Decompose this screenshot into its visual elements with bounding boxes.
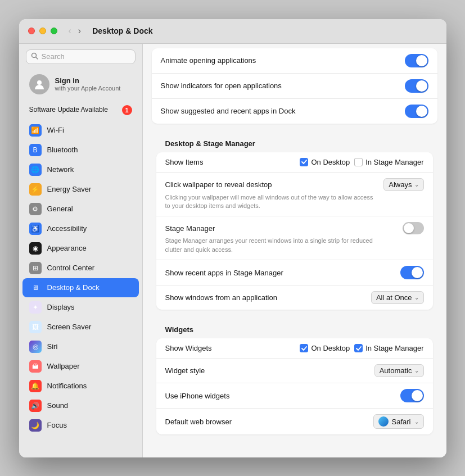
show-items-label: Show Items bbox=[165, 158, 204, 166]
dock-top-card: Animate opening applications Show indica… bbox=[152, 48, 437, 124]
sidebar-item-general[interactable]: ⚙General bbox=[22, 200, 139, 219]
sidebar-item-energy[interactable]: ⚡Energy Saver bbox=[22, 180, 139, 199]
sidebar-item-control[interactable]: ⊞Control Center bbox=[22, 259, 139, 278]
signin-section[interactable]: Sign in with your Apple Account bbox=[22, 70, 139, 99]
on-desktop-checkbox[interactable] bbox=[300, 158, 308, 166]
sidebar-item-desktop[interactable]: 🖥Desktop & Dock bbox=[22, 278, 139, 297]
screensaver-icon: 🖼 bbox=[29, 321, 42, 333]
sidebar-item-bluetooth[interactable]: BBluetooth bbox=[22, 140, 139, 160]
sidebar-item-label-focus: Focus bbox=[47, 421, 67, 429]
sidebar-item-label-desktop: Desktop & Dock bbox=[47, 283, 100, 292]
sidebar-item-label-control: Control Center bbox=[47, 264, 95, 272]
sidebar-item-siri[interactable]: ◎Siri bbox=[22, 337, 139, 356]
recent-apps-label: Show recent apps in Stage Manager bbox=[165, 269, 283, 277]
appearance-icon: ◉ bbox=[29, 242, 42, 255]
show-windows-arrows-icon: ⌄ bbox=[414, 294, 419, 301]
show-windows-select[interactable]: All at Once ⌄ bbox=[371, 291, 424, 304]
accessibility-icon: ♿ bbox=[29, 223, 42, 235]
click-wallpaper-label: Click wallpaper to reveal desktop bbox=[165, 180, 272, 189]
widgets-on-desktop-item[interactable]: On Desktop bbox=[300, 344, 350, 352]
stage-manager-sublabel: Stage Manager arranges your recent windo… bbox=[165, 237, 379, 254]
forward-button[interactable]: › bbox=[76, 25, 83, 37]
in-stage-checkbox[interactable] bbox=[354, 158, 363, 166]
sidebar-item-sound[interactable]: 🔊Sound bbox=[22, 396, 139, 415]
show-windows-row: Show windows from an application All at … bbox=[156, 285, 433, 310]
stage-manager-toggle[interactable] bbox=[403, 222, 424, 234]
back-button[interactable]: ‹ bbox=[66, 25, 74, 37]
search-icon bbox=[31, 52, 38, 61]
indicators-label: Show indicators for open applications bbox=[161, 81, 282, 90]
click-wallpaper-sublabel: Clicking your wallpaper will move all wi… bbox=[165, 193, 379, 211]
stage-manager-row: Stage Manager Stage Manager arranges you… bbox=[156, 216, 433, 260]
sidebar-item-displays[interactable]: ✦Displays bbox=[22, 298, 139, 317]
sound-icon: 🔊 bbox=[29, 400, 42, 412]
sidebar-item-label-appearance: Appearance bbox=[47, 244, 87, 252]
svg-line-1 bbox=[35, 57, 38, 59]
suggested-row: Show suggested and recent apps in Dock bbox=[152, 99, 437, 124]
sidebar-item-label-notifications: Notifications bbox=[47, 382, 87, 390]
indicators-toggle[interactable] bbox=[405, 79, 428, 93]
content-area: Sign in with your Apple Account Software… bbox=[19, 44, 446, 457]
on-desktop-checkbox-item[interactable]: On Desktop bbox=[300, 158, 350, 166]
sidebar-items-list: 📶Wi-FiBBluetooth🌐Network⚡Energy Saver⚙Ge… bbox=[19, 120, 142, 436]
click-wallpaper-select[interactable]: Always ⌄ bbox=[383, 178, 423, 191]
sidebar-item-label-wifi: Wi-Fi bbox=[47, 126, 64, 134]
show-widgets-label: Show Widgets bbox=[165, 344, 212, 352]
sidebar-item-accessibility[interactable]: ♿Accessibility bbox=[22, 219, 139, 238]
sidebar-item-wallpaper[interactable]: 🏔Wallpaper bbox=[22, 357, 139, 376]
maximize-button[interactable] bbox=[51, 28, 57, 34]
default-browser-select[interactable]: Safari ⌄ bbox=[373, 414, 424, 429]
browser-arrows-icon: ⌄ bbox=[414, 419, 419, 425]
signin-text: Sign in with your Apple Account bbox=[55, 76, 121, 92]
sidebar-item-label-sound: Sound bbox=[47, 401, 69, 410]
system-preferences-window: ‹ › Desktop & Dock bbox=[19, 19, 446, 457]
search-input[interactable] bbox=[42, 52, 130, 61]
animate-toggle[interactable] bbox=[405, 54, 428, 67]
focus-icon: 🌙 bbox=[29, 419, 42, 432]
widgets-in-stage-checkbox[interactable] bbox=[354, 344, 363, 352]
widgets-in-stage-item[interactable]: In Stage Manager bbox=[354, 344, 423, 352]
indicators-row: Show indicators for open applications bbox=[152, 74, 437, 99]
avatar bbox=[29, 74, 49, 94]
widget-style-label: Widget style bbox=[165, 366, 205, 375]
widgets-on-desktop-checkbox[interactable] bbox=[300, 344, 308, 352]
sidebar-item-label-screensaver: Screen Saver bbox=[47, 323, 92, 331]
show-items-right: On Desktop In Stage Manager bbox=[300, 158, 423, 166]
widgets-section: Widgets Show Widgets On Desktop bbox=[143, 319, 446, 452]
sidebar-item-screensaver[interactable]: 🖼Screen Saver bbox=[22, 318, 139, 337]
sidebar-item-label-bluetooth: Bluetooth bbox=[47, 146, 78, 154]
default-browser-row: Default web browser Safari ⌄ bbox=[156, 409, 433, 434]
control-icon: ⊞ bbox=[29, 262, 42, 274]
animate-label: Animate opening applications bbox=[161, 56, 256, 65]
widgets-card: Show Widgets On Desktop bbox=[156, 338, 433, 434]
energy-icon: ⚡ bbox=[29, 183, 42, 196]
software-update-row[interactable]: Software Update Available 1 bbox=[22, 101, 139, 119]
desktop-section-title: Desktop & Stage Manager bbox=[156, 133, 433, 152]
show-windows-label: Show windows from an application bbox=[165, 293, 277, 302]
wifi-icon: 📶 bbox=[29, 124, 42, 137]
widget-style-select[interactable]: Automatic ⌄ bbox=[374, 364, 424, 377]
sidebar-item-label-displays: Displays bbox=[47, 303, 75, 311]
sidebar-item-focus[interactable]: 🌙Focus bbox=[22, 416, 139, 435]
sidebar-item-notifications[interactable]: 🔔Notifications bbox=[22, 377, 139, 396]
notifications-icon: 🔔 bbox=[29, 380, 42, 392]
search-box[interactable] bbox=[26, 49, 136, 64]
minimize-button[interactable] bbox=[39, 28, 46, 34]
default-browser-label: Default web browser bbox=[165, 418, 232, 426]
svg-point-2 bbox=[37, 80, 42, 85]
sidebar-item-label-accessibility: Accessibility bbox=[47, 224, 87, 233]
sidebar-item-label-energy: Energy Saver bbox=[47, 185, 92, 193]
on-desktop-label: On Desktop bbox=[311, 158, 350, 166]
sidebar-item-appearance[interactable]: ◉Appearance bbox=[22, 239, 139, 258]
desktop-icon: 🖥 bbox=[29, 282, 42, 294]
stage-manager-label: Stage Manager bbox=[165, 224, 215, 233]
iphone-widgets-row: Use iPhone widgets bbox=[156, 383, 433, 409]
sidebar-item-wifi[interactable]: 📶Wi-Fi bbox=[22, 121, 139, 140]
iphone-widgets-toggle[interactable] bbox=[400, 389, 424, 402]
suggested-toggle[interactable] bbox=[405, 105, 428, 118]
close-button[interactable] bbox=[28, 28, 35, 34]
in-stage-checkbox-item[interactable]: In Stage Manager bbox=[354, 158, 423, 166]
nav-arrows: ‹ › bbox=[66, 25, 84, 37]
sidebar-item-network[interactable]: 🌐Network bbox=[22, 160, 139, 179]
recent-apps-toggle[interactable] bbox=[400, 266, 424, 279]
